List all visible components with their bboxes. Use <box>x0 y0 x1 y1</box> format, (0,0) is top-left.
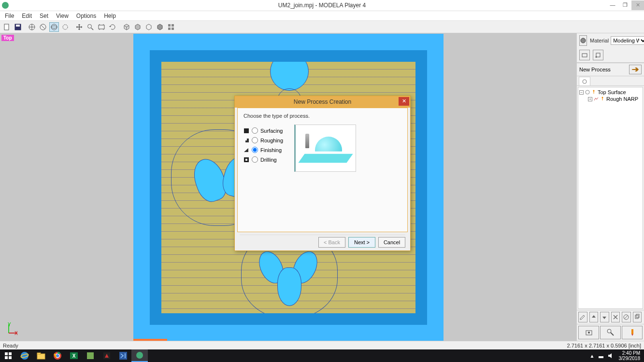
axis-x-label: X <box>14 331 18 336</box>
svg-point-9 <box>63 25 68 29</box>
taskbar-modela-icon[interactable] <box>131 349 148 362</box>
radio-roughing[interactable] <box>252 137 258 143</box>
next-button[interactable]: Next > <box>348 237 375 248</box>
option-surfacing[interactable]: Surfacing <box>243 127 292 134</box>
svg-point-26 <box>602 97 603 98</box>
svg-point-25 <box>593 90 595 92</box>
tray-up-icon[interactable]: ▲ <box>590 353 595 359</box>
process-preview-image <box>294 125 356 172</box>
svg-rect-30 <box>636 314 639 318</box>
material-icon[interactable] <box>579 35 587 46</box>
menu-options[interactable]: Options <box>72 13 100 19</box>
start-button[interactable] <box>0 349 16 362</box>
expand-icon[interactable]: + <box>588 97 592 101</box>
tree-root[interactable]: − Top Surface <box>579 89 642 96</box>
svg-rect-55 <box>599 356 603 358</box>
cube2-icon[interactable] <box>133 22 143 32</box>
taskbar-excel-icon[interactable]: X <box>66 349 82 362</box>
taskbar-vscode-icon[interactable] <box>115 349 131 362</box>
taskbar-clock[interactable]: 2:40 PM 3/29/2018 <box>617 349 643 362</box>
rotate-icon[interactable] <box>108 22 117 32</box>
svg-rect-0 <box>4 24 9 30</box>
svg-rect-46 <box>37 353 41 354</box>
tree-root-label: Top Surface <box>598 89 626 95</box>
cube1-icon[interactable] <box>122 22 131 32</box>
collapse-icon[interactable]: − <box>579 90 584 95</box>
view-top-icon[interactable] <box>49 22 59 32</box>
menu-bar: File Edit Set View Options Help <box>0 11 644 21</box>
radio-surfacing[interactable] <box>252 127 258 134</box>
save-icon[interactable] <box>13 22 23 32</box>
new-file-icon[interactable] <box>2 22 12 32</box>
process-tree[interactable]: − Top Surface + Rough NARP <box>578 87 643 309</box>
svg-rect-51 <box>87 352 94 359</box>
svg-point-19 <box>581 38 586 43</box>
process-type-options: Surfacing Roughing Finishing Drilling <box>243 125 292 166</box>
preview-button[interactable] <box>578 326 599 339</box>
grid-icon[interactable] <box>166 22 176 32</box>
taskbar-app2-icon[interactable] <box>99 349 115 362</box>
svg-rect-45 <box>37 354 45 359</box>
material-select[interactable]: Modeling Wax <box>611 36 644 45</box>
menu-edit[interactable]: Edit <box>18 13 36 19</box>
tree-child[interactable]: + Rough NARP <box>579 96 642 102</box>
status-dimensions: 2.7161 x 2.7161 x 0.5906 [inch] <box>567 343 641 348</box>
dialog-close-button[interactable]: ✕ <box>399 97 409 106</box>
taskbar-ie-icon[interactable] <box>16 349 33 362</box>
svg-point-23 <box>583 80 587 84</box>
cancel-button[interactable]: Cancel <box>378 237 405 248</box>
menu-help[interactable]: Help <box>100 13 120 19</box>
radio-drilling[interactable] <box>252 156 258 163</box>
title-bar: UM2_join.mpj - MODELA Player 4 — ❐ ✕ <box>0 0 644 11</box>
dialog-title-bar[interactable]: New Process Creation ✕ <box>235 96 410 108</box>
clock-time: 2:40 PM <box>619 350 641 356</box>
surface-icon <box>585 90 590 95</box>
cube3-icon[interactable] <box>144 22 154 32</box>
delete-icon[interactable] <box>611 312 620 322</box>
axis-y-label: Y <box>8 322 11 327</box>
close-button[interactable]: ✕ <box>631 0 644 10</box>
system-tray[interactable]: ▲ 2:40 PM 3/29/2018 <box>590 349 644 362</box>
process-tab[interactable] <box>579 77 590 85</box>
zoom-icon[interactable] <box>86 22 95 32</box>
radio-finishing[interactable] <box>252 147 258 153</box>
dialog-prompt: Choose the type of process. <box>243 113 401 119</box>
cube4-icon[interactable] <box>155 22 165 32</box>
movedown-icon[interactable] <box>600 312 609 322</box>
minimize-button[interactable]: — <box>606 0 619 10</box>
menu-view[interactable]: View <box>52 13 72 19</box>
fit-icon[interactable] <box>97 22 106 32</box>
view-front-icon[interactable] <box>27 22 37 32</box>
svg-rect-38 <box>245 159 247 161</box>
menu-set[interactable]: Set <box>36 13 52 19</box>
view-iso-icon[interactable] <box>60 22 70 32</box>
svg-rect-15 <box>168 28 171 30</box>
svg-rect-21 <box>596 53 600 57</box>
option-roughing[interactable]: Roughing <box>243 137 292 144</box>
pan-icon[interactable] <box>74 22 84 32</box>
edit-process-icon[interactable] <box>578 312 587 322</box>
view-side-icon[interactable] <box>38 22 48 32</box>
tree-child-label: Rough NARP <box>606 96 638 102</box>
disable-icon[interactable] <box>622 312 631 322</box>
taskbar-chrome-icon[interactable] <box>49 349 66 362</box>
model-setup-icon[interactable] <box>579 50 590 60</box>
origin-setup-icon[interactable] <box>593 50 603 60</box>
status-left: Ready <box>3 343 18 348</box>
restore-button[interactable]: ❐ <box>619 0 631 10</box>
taskbar-app1-icon[interactable] <box>82 349 99 362</box>
windows-taskbar[interactable]: X ▲ 2:40 PM 3/29/2018 <box>0 349 644 362</box>
menu-file[interactable]: File <box>1 13 18 19</box>
new-process-button[interactable] <box>629 65 642 74</box>
svg-rect-20 <box>582 54 587 57</box>
moveup-icon[interactable] <box>589 312 599 322</box>
copy-icon[interactable] <box>633 312 642 322</box>
taskbar-explorer-icon[interactable] <box>33 349 49 362</box>
svg-rect-35 <box>631 329 633 334</box>
cut-button[interactable] <box>622 326 643 339</box>
tray-network-icon[interactable] <box>598 352 604 359</box>
tray-volume-icon[interactable] <box>607 352 614 359</box>
option-drilling[interactable]: Drilling <box>243 156 292 163</box>
option-finishing[interactable]: Finishing <box>243 146 292 153</box>
tool-button[interactable] <box>600 326 621 339</box>
